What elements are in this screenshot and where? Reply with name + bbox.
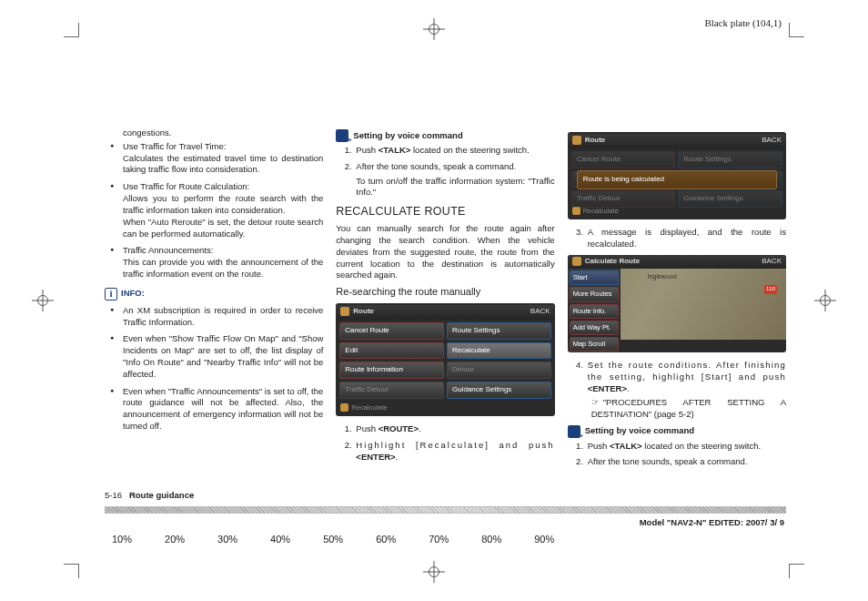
tail-text: congestions. bbox=[105, 127, 323, 139]
ss-btn-add-waypoint: Add Way Pt. bbox=[570, 321, 619, 335]
step: After the tone sounds, speak a command. … bbox=[354, 161, 554, 199]
step-text: Push bbox=[356, 423, 378, 433]
ref-text: "PROCEDURES AFTER SETTING A DESTINATION"… bbox=[591, 397, 786, 419]
step-text: . bbox=[396, 452, 399, 462]
voice-icon bbox=[568, 425, 580, 438]
map-side-menu: Start More Routes Route Info. Add Way Pt… bbox=[568, 269, 621, 340]
step-text: Highlight [Recalculate] and push bbox=[356, 440, 554, 450]
step-text: After the tone sounds, speak a command. bbox=[356, 161, 516, 171]
step-text: located on the steering switch. bbox=[642, 441, 761, 451]
step: Set the route conditions. After finishin… bbox=[586, 360, 786, 420]
column-3: Route BACK Cancel Route Route Settings E… bbox=[568, 127, 786, 483]
pct-label: 90% bbox=[534, 533, 554, 546]
route-icon bbox=[572, 136, 581, 145]
pct-label: 60% bbox=[376, 533, 396, 546]
talk-button-ref: <TALK> bbox=[610, 441, 642, 451]
ss-title: Route bbox=[585, 136, 606, 146]
research-heading: Re-searching the route manually bbox=[336, 285, 554, 299]
voice-steps: Push <TALK> located on the steering swit… bbox=[336, 145, 554, 199]
item-title: Use Traffic for Travel Time: bbox=[123, 141, 226, 151]
density-scale: 10% 20% 30% 40% 50% 60% 70% 80% 90% bbox=[105, 533, 786, 546]
page-ref-icon: ☞ bbox=[591, 397, 600, 409]
ss-btn-traffic-detour: Traffic Detour bbox=[339, 382, 444, 399]
enter-button-ref: <ENTER> bbox=[588, 383, 627, 393]
calculate-route-map-screenshot: Calculate Route BACK Start More Routes R… bbox=[568, 255, 786, 353]
column-2: Setting by voice command Push <TALK> loc… bbox=[336, 127, 554, 483]
list-item: Use Traffic for Route Calculation: Allow… bbox=[114, 181, 323, 239]
crop-mark bbox=[789, 23, 790, 37]
cross-ref: ☞"PROCEDURES AFTER SETTING A DESTINATION… bbox=[588, 397, 786, 421]
info-icon: i bbox=[105, 288, 117, 300]
info-label: INFO: bbox=[121, 288, 145, 300]
recalculate-route-heading: RECALCULATE ROUTE bbox=[336, 204, 554, 219]
pct-label: 80% bbox=[481, 533, 501, 546]
back-label: BACK bbox=[762, 136, 782, 146]
ss-title: Calculate Route bbox=[585, 257, 640, 267]
crop-mark bbox=[64, 36, 78, 37]
calculating-popup: Route is being calculated bbox=[577, 170, 777, 189]
foot-icon bbox=[340, 403, 348, 412]
registration-mark bbox=[423, 18, 445, 40]
crop-mark bbox=[78, 564, 79, 578]
route-icon bbox=[572, 257, 581, 266]
ss-title: Route bbox=[353, 307, 374, 317]
back-label: BACK bbox=[762, 257, 782, 267]
voice-steps-2: Push <TALK> located on the steering swit… bbox=[568, 441, 786, 469]
voice-heading: Setting by voice command bbox=[568, 425, 786, 438]
list-item: Traffic Announcements: This can provide … bbox=[114, 245, 323, 280]
registration-mark bbox=[32, 290, 54, 311]
step-text: Set the route conditions. After finishin… bbox=[588, 360, 786, 382]
page-number: 5-16 bbox=[105, 490, 122, 500]
ss-btn-cancel-route: Cancel Route bbox=[339, 322, 444, 340]
page-footer: 5-16 Route guidance bbox=[105, 483, 786, 504]
feature-list: Use Traffic for Travel Time: Calculates … bbox=[105, 141, 323, 280]
step-text: . bbox=[419, 423, 421, 433]
ss-btn-edit: Edit bbox=[339, 342, 444, 360]
black-plate-label: Black plate (104,1) bbox=[704, 16, 782, 30]
page-body: congestions. Use Traffic for Travel Time… bbox=[105, 55, 786, 546]
enter-button-ref: <ENTER> bbox=[356, 452, 395, 462]
voice-label: Setting by voice command bbox=[353, 130, 462, 142]
step: Push <ROUTE>. bbox=[354, 423, 554, 435]
route-button-ref: <ROUTE> bbox=[378, 423, 419, 433]
item-body: This can provide you with the announceme… bbox=[123, 257, 323, 279]
ss-foot-text: Recalculate bbox=[351, 403, 387, 413]
voice-icon bbox=[336, 129, 348, 142]
recalc-steps-cont: A message is displayed, and the route is… bbox=[568, 227, 786, 250]
recalc-desc: You can manually search for the route ag… bbox=[336, 223, 554, 281]
ss-btn-route-info: Route Info. bbox=[570, 304, 619, 319]
ss-btn-route-info: Route Information bbox=[339, 362, 444, 379]
item-title: Traffic Announcements: bbox=[123, 245, 213, 255]
ss-btn: Route Settings bbox=[678, 151, 782, 168]
talk-button-ref: <TALK> bbox=[378, 145, 411, 155]
list-item: Even when "Show Traffic Flow On Map" and… bbox=[114, 333, 323, 380]
ss-btn-detour: Detour bbox=[447, 362, 551, 379]
step-text: Push bbox=[356, 145, 378, 155]
ss-btn-guidance-settings: Guidance Settings bbox=[447, 382, 551, 399]
list-item: Use Traffic for Travel Time: Calculates … bbox=[114, 141, 323, 176]
pct-label: 10% bbox=[112, 533, 132, 546]
step-text: located on the steering switch. bbox=[410, 145, 529, 155]
route-calculating-screenshot: Route BACK Cancel Route Route Settings E… bbox=[568, 132, 786, 219]
list-item: An XM subscription is required in order … bbox=[114, 305, 323, 329]
route-menu-screenshot: Route BACK Cancel Route Route Settings E… bbox=[336, 303, 554, 416]
pct-label: 40% bbox=[270, 533, 290, 546]
ss-foot-text: Recalculate bbox=[583, 207, 619, 216]
route-icon bbox=[340, 307, 349, 316]
info-list: An XM subscription is required in order … bbox=[105, 305, 323, 433]
step: Push <TALK> located on the steering swit… bbox=[586, 441, 786, 453]
step-text: Push bbox=[588, 441, 610, 451]
item-title: Use Traffic for Route Calculation: bbox=[123, 181, 249, 191]
model-line: Model "NAV2-N" EDITED: 2007/ 3/ 9 bbox=[105, 517, 786, 529]
crop-mark bbox=[64, 564, 78, 565]
column-1: congestions. Use Traffic for Travel Time… bbox=[105, 127, 323, 483]
step: Highlight [Recalculate] and push <ENTER>… bbox=[354, 440, 554, 463]
ss-btn-more-routes: More Routes bbox=[570, 287, 619, 301]
step-text: . bbox=[627, 383, 630, 393]
ss-btn: Guidance Settings bbox=[678, 190, 782, 208]
ss-btn-map-scroll: Map Scroll bbox=[570, 337, 619, 351]
step: Push <TALK> located on the steering swit… bbox=[354, 145, 554, 157]
ss-btn-recalculate: Recalculate bbox=[447, 342, 551, 360]
map-city-label: Inglewood bbox=[648, 272, 677, 280]
step: A message is displayed, and the route is… bbox=[586, 227, 786, 250]
